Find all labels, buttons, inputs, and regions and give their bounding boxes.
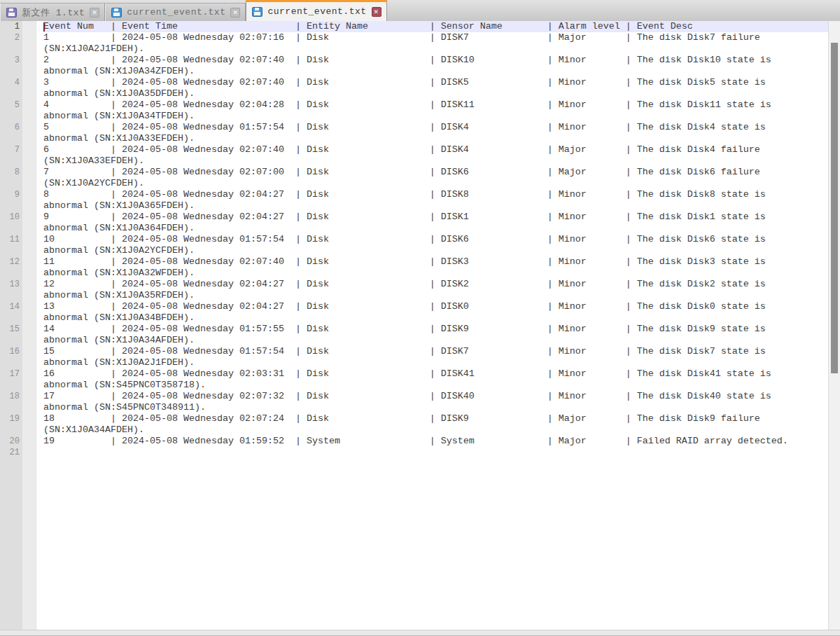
text-editor-window: { "tab_bar": { "close_icon": "✕", "tabs"… — [0, 0, 840, 636]
line-text: 9 | 2024-05-08 Wednesday 02:04:27 | Disk… — [43, 212, 828, 234]
floppy-blue-icon — [252, 7, 262, 17]
gutter-spacer — [20, 99, 43, 122]
line-number: 16 — [0, 346, 20, 368]
line-number: 21 — [0, 447, 20, 458]
line-number: 6 — [0, 122, 20, 144]
line-text: 13 | 2024-05-08 Wednesday 02:04:27 | Dis… — [43, 301, 828, 324]
line-text: 19 | 2024-05-08 Wednesday 01:59:52 | Sys… — [43, 436, 828, 447]
editor-line[interactable]: 87 | 2024-05-08 Wednesday 02:07:00 | Dis… — [0, 167, 828, 189]
editor-line[interactable]: 21 — [0, 447, 828, 458]
editor-line[interactable]: 1312 | 2024-05-08 Wednesday 02:04:27 | D… — [0, 279, 828, 301]
line-number: 3 — [0, 55, 20, 77]
line-text: 15 | 2024-05-08 Wednesday 01:57:54 | Dis… — [43, 346, 828, 368]
gutter-spacer — [20, 55, 43, 77]
gutter-spacer — [20, 279, 43, 301]
text-editor-area[interactable]: 1Event Num | Event Time | Entity Name | … — [0, 21, 840, 630]
gutter-spacer — [20, 391, 43, 413]
line-text: 2 | 2024-05-08 Wednesday 02:07:40 | Disk… — [43, 55, 828, 77]
line-number: 12 — [0, 256, 20, 279]
editor-line[interactable]: 109 | 2024-05-08 Wednesday 02:04:27 | Di… — [0, 212, 828, 234]
editor-line[interactable]: 2019 | 2024-05-08 Wednesday 01:59:52 | S… — [0, 436, 828, 447]
line-number: 18 — [0, 391, 20, 413]
line-text: 7 | 2024-05-08 Wednesday 02:07:00 | Disk… — [43, 167, 828, 189]
line-text — [43, 447, 828, 458]
editor-line[interactable]: 32 | 2024-05-08 Wednesday 02:07:40 | Dis… — [0, 55, 828, 77]
editor-line[interactable]: 1514 | 2024-05-08 Wednesday 01:57:55 | D… — [0, 324, 828, 346]
close-icon[interactable]: ✕ — [372, 7, 382, 17]
line-number: 13 — [0, 279, 20, 301]
line-text: 10 | 2024-05-08 Wednesday 01:57:54 | Dis… — [43, 234, 828, 256]
editor-line[interactable]: 1Event Num | Event Time | Entity Name | … — [0, 21, 828, 32]
gutter-spacer — [20, 189, 43, 212]
line-text: 11 | 2024-05-08 Wednesday 02:07:40 | Dis… — [43, 256, 828, 279]
editor-line[interactable]: 21 | 2024-05-08 Wednesday 02:07:16 | Dis… — [0, 32, 828, 55]
editor-line[interactable]: 65 | 2024-05-08 Wednesday 01:57:54 | Dis… — [0, 122, 828, 144]
editor-line[interactable]: 54 | 2024-05-08 Wednesday 02:04:28 | Dis… — [0, 99, 828, 122]
vertical-scrollbar-track[interactable] — [828, 21, 840, 635]
line-text: 3 | 2024-05-08 Wednesday 02:07:40 | Disk… — [43, 77, 828, 99]
vertical-scrollbar-thumb[interactable] — [831, 43, 838, 373]
tab-label: 新文件 1.txt — [22, 6, 85, 19]
line-text: 12 | 2024-05-08 Wednesday 02:04:27 | Dis… — [43, 279, 828, 301]
line-number: 11 — [0, 234, 20, 256]
line-text: 16 | 2024-05-08 Wednesday 02:03:31 | Dis… — [43, 368, 828, 391]
editor-line[interactable]: 1817 | 2024-05-08 Wednesday 02:07:32 | D… — [0, 391, 828, 413]
line-number: 5 — [0, 99, 20, 122]
tab-new-file-1[interactable]: 新文件 1.txt ✕ — [0, 3, 105, 21]
tab-current-event-1[interactable]: current_event.txt ✕ — [105, 3, 246, 21]
editor-lines: 1Event Num | Event Time | Entity Name | … — [0, 21, 828, 458]
horizontal-scrollbar-track[interactable] — [0, 630, 840, 635]
line-text: 4 | 2024-05-08 Wednesday 02:04:28 | Disk… — [43, 99, 828, 122]
gutter-spacer — [20, 32, 43, 55]
line-text: 8 | 2024-05-08 Wednesday 02:04:27 | Disk… — [43, 189, 828, 212]
line-text: Event Num | Event Time | Entity Name | S… — [43, 21, 828, 32]
editor-line[interactable]: 76 | 2024-05-08 Wednesday 02:07:40 | Dis… — [0, 144, 828, 167]
gutter-spacer — [20, 212, 43, 234]
editor-line[interactable]: 1615 | 2024-05-08 Wednesday 01:57:54 | D… — [0, 346, 828, 368]
line-number: 19 — [0, 413, 20, 436]
line-number: 1 — [0, 21, 20, 32]
line-text: 5 | 2024-05-08 Wednesday 01:57:54 | Disk… — [43, 122, 828, 144]
editor-line[interactable]: 1211 | 2024-05-08 Wednesday 02:07:40 | D… — [0, 256, 828, 279]
floppy-purple-icon — [6, 8, 17, 18]
line-text: 1 | 2024-05-08 Wednesday 02:07:16 | Disk… — [43, 32, 828, 55]
floppy-blue-icon — [111, 8, 122, 18]
gutter-spacer — [20, 256, 43, 279]
editor-line[interactable]: 43 | 2024-05-08 Wednesday 02:07:40 | Dis… — [0, 77, 828, 99]
gutter-spacer — [20, 301, 43, 324]
tab-label: current_event.txt — [267, 6, 366, 17]
line-text: 6 | 2024-05-08 Wednesday 02:07:40 | Disk… — [43, 144, 828, 167]
line-text: 18 | 2024-05-08 Wednesday 02:07:24 | Dis… — [43, 413, 828, 436]
tab-label: current_event.txt — [127, 7, 225, 18]
line-text: 14 | 2024-05-08 Wednesday 01:57:55 | Dis… — [43, 324, 828, 346]
line-number: 20 — [0, 436, 20, 447]
close-icon[interactable]: ✕ — [230, 8, 240, 18]
gutter-spacer — [20, 413, 43, 436]
line-number: 14 — [0, 301, 20, 324]
gutter-spacer — [20, 21, 43, 32]
line-number: 10 — [0, 212, 20, 234]
line-text: 17 | 2024-05-08 Wednesday 02:07:32 | Dis… — [43, 391, 828, 413]
gutter-spacer — [20, 436, 43, 447]
editor-line[interactable]: 1110 | 2024-05-08 Wednesday 01:57:54 | D… — [0, 234, 828, 256]
line-number: 7 — [0, 144, 20, 167]
gutter-spacer — [20, 167, 43, 189]
gutter-spacer — [20, 447, 43, 458]
gutter-spacer — [20, 122, 43, 144]
line-number: 17 — [0, 368, 20, 391]
line-number: 2 — [0, 32, 20, 55]
gutter-spacer — [20, 77, 43, 99]
gutter-spacer — [20, 324, 43, 346]
gutter-spacer — [20, 234, 43, 256]
line-number: 8 — [0, 167, 20, 189]
gutter-spacer — [20, 144, 43, 167]
editor-line[interactable]: 1413 | 2024-05-08 Wednesday 02:04:27 | D… — [0, 301, 828, 324]
line-number: 9 — [0, 189, 20, 212]
editor-line[interactable]: 1918 | 2024-05-08 Wednesday 02:07:24 | D… — [0, 413, 828, 436]
close-icon[interactable]: ✕ — [90, 8, 99, 18]
editor-line[interactable]: 1716 | 2024-05-08 Wednesday 02:03:31 | D… — [0, 368, 828, 391]
line-number: 15 — [0, 324, 20, 346]
editor-line[interactable]: 98 | 2024-05-08 Wednesday 02:04:27 | Dis… — [0, 189, 828, 212]
gutter-spacer — [20, 368, 43, 391]
tab-current-event-2-active[interactable]: current_event.txt ✕ — [246, 0, 386, 21]
